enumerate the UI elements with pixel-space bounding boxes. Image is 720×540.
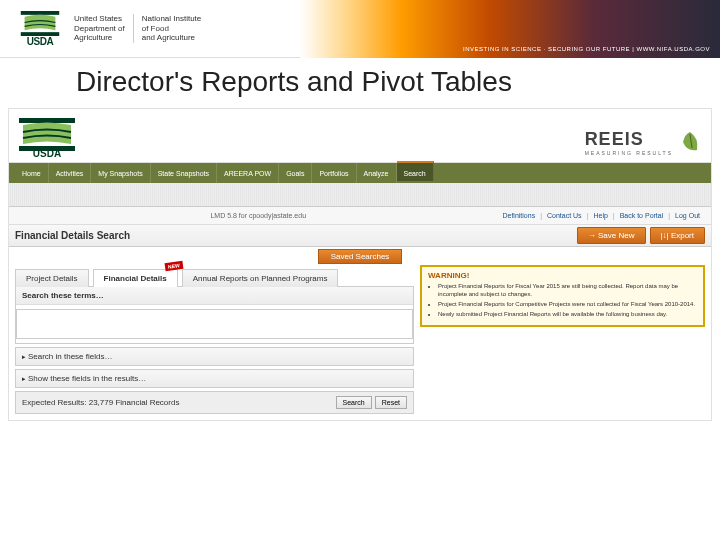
reeis-wordmark: REEIS: [585, 129, 673, 150]
leaf-icon: [677, 130, 703, 156]
show-fields-expander[interactable]: Show these fields in the results…: [15, 369, 414, 388]
result-buttons: Search Reset: [336, 396, 407, 409]
svg-rect-0: [21, 11, 59, 15]
usda-logo-text: USDA: [27, 36, 53, 47]
reeis-logo: REEIS MEASURING RESULTS: [585, 129, 703, 156]
utility-links: Definitions| Contact Us| Help| Back to P…: [499, 212, 703, 219]
utility-bar: LMD 5.8 for cpoody|astate.edu Definition…: [9, 207, 711, 225]
search-terms-panel: Search these terms…: [15, 286, 414, 344]
action-buttons: → Save New |↓| Export: [577, 227, 705, 244]
svg-rect-2: [19, 118, 75, 123]
separator-band: [9, 183, 711, 207]
search-terms-input[interactable]: [16, 309, 413, 339]
section-bar: Financial Details Search → Save New |↓| …: [9, 225, 711, 247]
warning-item: Newly submitted Project Financial Report…: [438, 311, 697, 319]
slide-title: Director's Reports and Pivot Tables: [0, 58, 720, 104]
usda-logo: USDA: [14, 11, 66, 47]
app-header: USDA REEIS MEASURING RESULTS: [9, 109, 711, 163]
warning-column: WARNING! Project Financial Reports for F…: [420, 265, 705, 414]
nav-bar: Home Activities My Snapshots State Snaps…: [9, 163, 711, 183]
tab-annual-reports[interactable]: Annual Reports on Planned Programs: [182, 269, 339, 287]
search-terms-label: Search these terms…: [16, 287, 413, 305]
warning-box: WARNING! Project Financial Reports for F…: [420, 265, 705, 327]
nav-my-snapshots[interactable]: My Snapshots: [91, 163, 150, 183]
expected-results: Expected Results: 23,779 Financial Recor…: [22, 398, 179, 407]
search-tabs: Project Details Financial Details NEW An…: [15, 265, 414, 287]
warning-item: Project Financial Reports for Fiscal Yea…: [438, 283, 697, 299]
link-back-portal[interactable]: Back to Portal: [617, 212, 667, 219]
new-badge: NEW: [165, 261, 184, 271]
link-logout[interactable]: Log Out: [672, 212, 703, 219]
nav-home[interactable]: Home: [15, 163, 49, 183]
warning-item: Project Financial Reports for Competitiv…: [438, 301, 697, 309]
dept-label: United States Department of Agriculture: [74, 14, 134, 43]
nav-activities[interactable]: Activities: [49, 163, 92, 183]
link-contact[interactable]: Contact Us: [544, 212, 585, 219]
slide-header: USDA United States Department of Agricul…: [0, 0, 720, 58]
saved-searches-row: Saved Searches: [9, 247, 711, 265]
export-button[interactable]: |↓| Export: [650, 227, 706, 244]
search-fields-expander[interactable]: Search in these fields…: [15, 347, 414, 366]
svg-text:USDA: USDA: [33, 148, 61, 158]
results-bar: Expected Results: 23,779 Financial Recor…: [15, 391, 414, 414]
section-title: Financial Details Search: [15, 230, 130, 241]
nav-portfolios[interactable]: Portfolios: [312, 163, 356, 183]
save-new-button[interactable]: → Save New: [577, 227, 646, 244]
search-column: Project Details Financial Details NEW An…: [15, 265, 414, 414]
warning-list: Project Financial Reports for Fiscal Yea…: [428, 283, 697, 318]
saved-searches-button[interactable]: Saved Searches: [318, 249, 403, 264]
link-definitions[interactable]: Definitions: [499, 212, 538, 219]
user-info: LMD 5.8 for cpoody|astate.edu: [17, 212, 499, 219]
brand-gradient: INVESTING IN SCIENCE · SECURING OUR FUTU…: [300, 0, 720, 58]
search-button[interactable]: Search: [336, 396, 372, 409]
nav-analyze[interactable]: Analyze: [357, 163, 397, 183]
tagline: INVESTING IN SCIENCE · SECURING OUR FUTU…: [463, 46, 710, 52]
reset-button[interactable]: Reset: [375, 396, 407, 409]
nifa-label: National Institute of Food and Agricultu…: [142, 14, 202, 43]
link-help[interactable]: Help: [590, 212, 610, 219]
warning-title: WARNING!: [428, 271, 697, 281]
nav-areera-pow[interactable]: AREERA POW: [217, 163, 279, 183]
nav-search[interactable]: Search: [397, 161, 434, 181]
app-usda-logo-icon: USDA: [17, 114, 77, 158]
tab-project-details[interactable]: Project Details: [15, 269, 89, 287]
nav-state-snapshots[interactable]: State Snapshots: [151, 163, 217, 183]
reeis-subtitle: MEASURING RESULTS: [585, 150, 673, 156]
usda-seal-icon: [20, 11, 60, 36]
app-frame: USDA REEIS MEASURING RESULTS Home Activi…: [8, 108, 712, 421]
main-content: Project Details Financial Details NEW An…: [9, 265, 711, 420]
tab-financial-details[interactable]: Financial Details NEW: [93, 269, 178, 287]
nav-goals[interactable]: Goals: [279, 163, 312, 183]
